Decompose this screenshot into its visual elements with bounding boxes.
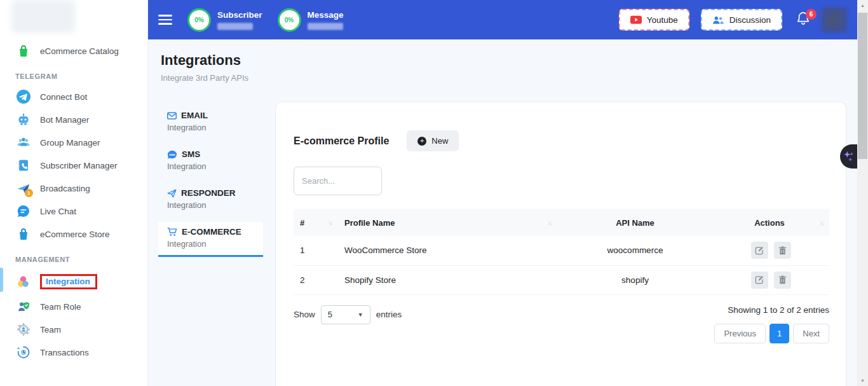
main-content: Integrations Integrate 3rd Party APIs EM…	[148, 39, 857, 386]
scrollbar-thumb[interactable]	[858, 13, 867, 159]
notification-count-badge: 6	[806, 9, 817, 20]
sidebar-item-broadcasting[interactable]: 1 Broadcasting	[0, 177, 147, 200]
plus-circle-icon: +	[417, 137, 426, 146]
trash-icon	[778, 246, 787, 255]
app-logo	[11, 0, 75, 33]
history-clock-icon	[15, 345, 31, 361]
sidebar-item-label: Broadcasting	[40, 184, 90, 193]
chat-bubble-icon	[15, 203, 31, 219]
sidebar-item-ecommerce-catalog[interactable]: eCommerce Catalog	[0, 39, 147, 62]
show-label: Show	[294, 310, 315, 319]
row-number: 2	[294, 265, 338, 294]
sidebar-item-integration[interactable]: Integration	[0, 268, 147, 295]
page-1-button[interactable]: 1	[770, 324, 789, 343]
scrollbar[interactable]: ▲ ▼	[857, 0, 868, 386]
integration-subnav: EMAIL Integration SMS SMS Integration RE…	[158, 106, 263, 263]
subnav-subtitle-text: Integration	[167, 123, 254, 132]
hamburger-menu-icon[interactable]	[158, 12, 172, 27]
active-indicator	[0, 268, 3, 292]
sidebar-item-subscriber-manager[interactable]: Subscriber Manager	[0, 154, 147, 177]
store-bag-icon	[15, 226, 31, 242]
subnav-title-text: E-COMMERCE	[182, 227, 241, 237]
sidebar-item-transactions[interactable]: Transactions	[0, 341, 147, 364]
sidebar-item-label: eCommerce Catalog	[40, 46, 119, 56]
api-name-cell: shopify	[557, 265, 713, 294]
subnav-title-text: RESPONDER	[181, 188, 236, 198]
subnav-subtitle-text: Integration	[167, 239, 254, 249]
discussion-button[interactable]: Discussion	[701, 9, 782, 31]
new-button[interactable]: + New	[407, 130, 459, 151]
youtube-button[interactable]: Youtube	[619, 9, 689, 31]
sidebar-item-label: Subscriber Manager	[40, 161, 118, 170]
role-shield-icon	[15, 299, 31, 315]
table-row: 2 Shopify Store shopify	[294, 265, 829, 294]
sparkles-icon	[843, 150, 855, 163]
sidebar-item-group-manager[interactable]: Group Manager	[0, 131, 147, 154]
sidebar-item-team[interactable]: Team	[0, 318, 147, 341]
search-input[interactable]	[294, 167, 382, 195]
subscriber-stat-label: Subscriber	[217, 10, 262, 20]
youtube-button-label: Youtube	[647, 15, 678, 25]
notification-bell[interactable]: 6	[796, 11, 810, 29]
subnav-item-responder[interactable]: RESPONDER Integration	[158, 183, 263, 216]
shopping-bag-icon	[15, 43, 31, 59]
message-progress-ring: 0%	[278, 8, 301, 32]
next-page-button[interactable]: Next	[793, 324, 829, 343]
subnav-title-text: EMAIL	[181, 111, 208, 120]
sort-icon[interactable]: ↑↓	[548, 220, 551, 226]
youtube-icon	[630, 15, 642, 24]
message-stat: 0% Message	[278, 8, 344, 32]
telegram-icon	[15, 89, 31, 105]
message-stat-value-redacted	[308, 23, 343, 30]
contacts-book-icon	[15, 158, 31, 174]
sort-icon[interactable]: ↑↓	[329, 220, 332, 226]
subnav-subtitle-text: Integration	[167, 162, 254, 171]
message-stat-label: Message	[308, 10, 344, 20]
column-header-num[interactable]: #↑↓	[294, 209, 338, 236]
delete-button[interactable]	[774, 272, 791, 289]
entries-select-value: 5	[328, 310, 332, 319]
subscriber-progress-ring: 0%	[187, 8, 211, 32]
page-subtitle: Integrate 3rd Party APIs	[161, 73, 857, 83]
sidebar-item-live-chat[interactable]: Live Chat	[0, 200, 147, 223]
edit-button[interactable]	[751, 272, 768, 289]
sort-icon[interactable]: ↑↓	[820, 220, 823, 226]
cart-icon	[167, 227, 177, 237]
profiles-table: #↑↓ Profile Name↑↓ API Name Actions↑↓ 1	[294, 209, 829, 295]
pagination: Previous 1 Next	[714, 324, 829, 343]
scroll-down-arrow[interactable]: ▼	[857, 375, 868, 386]
ecommerce-profile-card: E-commerce Profile + New #↑↓ Profile Nam…	[275, 102, 846, 386]
api-name-cell: woocommerce	[557, 236, 713, 265]
user-avatar[interactable]	[822, 7, 847, 32]
sidebar-item-team-role[interactable]: Team Role	[0, 295, 147, 318]
entries-select[interactable]: 5 ▼	[321, 305, 370, 324]
column-header-api-name[interactable]: API Name	[557, 209, 713, 236]
subnav-item-email[interactable]: EMAIL Integration	[158, 106, 263, 139]
delete-button[interactable]	[774, 242, 791, 259]
sidebar-item-ecommerce-store[interactable]: eCommerce Store	[0, 223, 147, 245]
scroll-up-arrow[interactable]: ▲	[857, 0, 868, 11]
users-icon	[15, 135, 31, 151]
new-button-label: New	[431, 136, 448, 146]
edit-button[interactable]	[751, 242, 768, 259]
column-header-profile-name[interactable]: Profile Name↑↓	[338, 209, 557, 236]
previous-page-button[interactable]: Previous	[714, 324, 766, 343]
sidebar-item-label: Connect Bot	[40, 92, 87, 102]
sidebar-item-label: Transactions	[40, 348, 89, 357]
discussion-users-icon	[712, 15, 724, 25]
subnav-item-ecommerce[interactable]: E-COMMERCE Integration	[158, 222, 263, 257]
sidebar-item-label: Group Manager	[40, 138, 100, 148]
sidebar-item-label: Bot Manager	[40, 115, 89, 125]
chevron-down-icon: ▼	[358, 312, 363, 318]
sidebar-item-label: Team Role	[40, 302, 81, 312]
column-header-actions[interactable]: Actions↑↓	[713, 209, 829, 236]
robot-icon	[15, 112, 31, 128]
sidebar-item-connect-bot[interactable]: Connect Bot	[0, 85, 147, 108]
sidebar-section-telegram: TELEGRAM	[0, 62, 147, 85]
send-plane-icon	[167, 189, 177, 198]
sidebar-item-bot-manager[interactable]: Bot Manager	[0, 108, 147, 131]
sidebar-item-label-integration: Integration	[40, 274, 97, 289]
table-row: 1 WooCommerce Store woocommerce	[294, 236, 829, 265]
subnav-item-sms[interactable]: SMS SMS Integration	[158, 144, 263, 177]
edit-pencil-icon	[755, 246, 764, 255]
